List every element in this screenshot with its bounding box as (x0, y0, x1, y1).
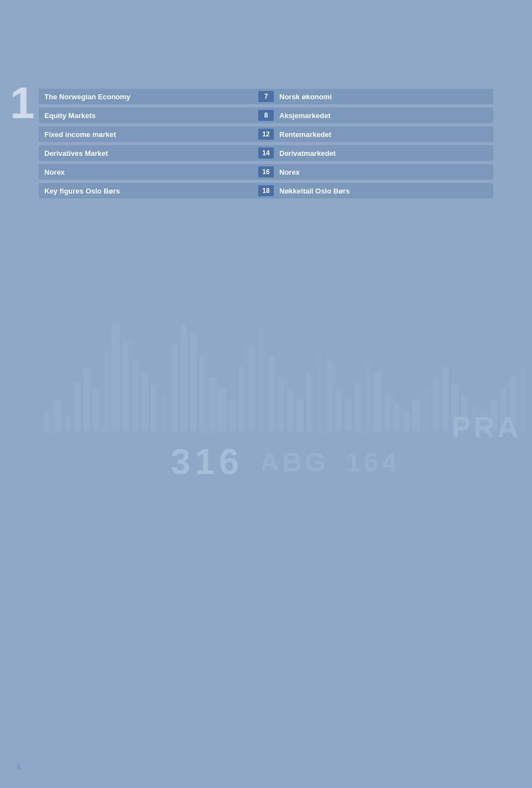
toc-label-left-2: Fixed income market (39, 130, 258, 139)
toc-row-0[interactable]: The Norwegian Economy7Norsk økonomi (39, 89, 493, 104)
toc-number-badge-2: 12 (258, 129, 274, 140)
chapter-number: 1 (10, 78, 35, 129)
toc-label-left-5: Key figures Oslo Børs (39, 187, 258, 195)
page-number-footer: 6 (17, 762, 21, 771)
chart-bar-48 (509, 377, 516, 433)
chart-bar-47 (500, 388, 507, 433)
toc-section: The Norwegian Economy7Norsk økonomiEquit… (39, 78, 493, 199)
toc-label-right-5: Nøkkeltall Oslo Børs (279, 187, 493, 195)
toc-label-right-3: Derivatmarkedet (279, 149, 493, 157)
toc-label-right-0: Norsk økonomi (279, 93, 493, 101)
toc-number-badge-5: 18 (258, 185, 274, 196)
toc-number-badge-3: 14 (258, 148, 274, 159)
toc-label-left-1: Equity Markets (39, 111, 258, 120)
chart-bar-49 (519, 366, 526, 433)
toc-label-left-3: Derivatives Market (39, 149, 258, 157)
toc-label-left-0: The Norwegian Economy (39, 93, 258, 101)
main-container: The Norwegian Economy7Norsk økonomiEquit… (39, 78, 493, 788)
toc-number-badge-4: 16 (258, 166, 274, 177)
toc-label-left-4: Norex (39, 168, 258, 176)
toc-number-badge-0: 7 (258, 91, 274, 102)
toc-row-2[interactable]: Fixed income market12Rentemarkedet (39, 126, 493, 142)
toc-row-5[interactable]: Key figures Oslo Børs18Nøkkeltall Oslo B… (39, 183, 493, 199)
toc-label-right-2: Rentemarkedet (279, 130, 493, 139)
toc-label-right-1: Aksjemarkedet (279, 111, 493, 120)
toc-row-1[interactable]: Equity Markets8Aksjemarkedet (39, 108, 493, 123)
toc-row-4[interactable]: Norex16Norex (39, 164, 493, 180)
toc-row-3[interactable]: Derivatives Market14Derivatmarkedet (39, 145, 493, 161)
toc-label-right-4: Norex (279, 168, 493, 176)
toc-number-badge-1: 8 (258, 110, 274, 121)
